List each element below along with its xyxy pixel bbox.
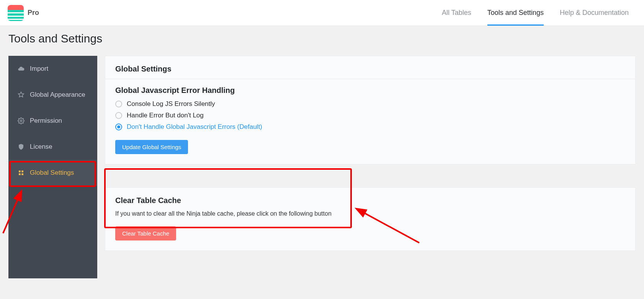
radio-label: Don't Handle Global Javascript Errors (D… [127,123,262,131]
radio-label: Console Log JS Errors Silently [127,100,215,108]
radio-icon [115,101,122,107]
panel-title: Global Settings [115,65,625,73]
sidebar-item-global-appearance[interactable]: Global Appearance [8,82,97,108]
svg-rect-2 [21,171,23,172]
sidebar: Import Global Appearance Permission Lice… [8,56,97,278]
star-icon [18,91,25,98]
top-bar: Pro All Tables Tools and Settings Help &… [0,0,644,26]
svg-rect-4 [21,173,23,175]
sidebar-item-label: License [30,143,52,151]
grid-icon [18,169,25,176]
nav-label: Help & Documentation [560,9,629,17]
svg-rect-1 [19,171,21,172]
gear-icon [18,117,25,124]
brand: Pro [8,5,39,21]
nav-help-docs[interactable]: Help & Documentation [560,0,629,26]
nav-all-tables[interactable]: All Tables [442,0,471,26]
sidebar-item-global-settings[interactable]: Global Settings [8,160,97,186]
brand-label: Pro [28,9,39,17]
sidebar-item-permission[interactable]: Permission [8,108,97,134]
sidebar-item-label: Global Appearance [30,91,85,99]
nav-tools-settings[interactable]: Tools and Settings [487,0,544,26]
radio-handle-no-log[interactable]: Handle Error But don't Log [115,112,625,119]
shield-icon [18,143,25,150]
sidebar-item-label: Import [30,65,48,73]
nav-label: All Tables [442,9,471,17]
error-section-title: Global Javascript Error Handling [115,86,625,95]
sidebar-item-label: Global Settings [30,169,74,177]
cache-section-description: If you want to clear all the Ninja table… [115,210,625,217]
nav-label: Tools and Settings [487,9,544,17]
sidebar-item-import[interactable]: Import [8,56,97,82]
content-area: Global Settings Global Javascript Error … [105,56,636,274]
radio-icon [115,123,122,130]
radio-dont-handle-default[interactable]: Don't Handle Global Javascript Errors (D… [115,123,625,131]
radio-console-log-silently[interactable]: Console Log JS Errors Silently [115,100,625,108]
sidebar-item-license[interactable]: License [8,134,97,160]
update-global-settings-button[interactable]: Update Global Settings [115,140,188,154]
page-title: Tools and Settings [0,26,644,56]
divider [105,79,635,79]
svg-rect-3 [19,173,21,175]
radio-icon [115,112,122,119]
global-settings-panel: Global Settings Global Javascript Error … [105,56,636,164]
cloud-icon [18,65,25,72]
brand-logo-icon [8,5,24,21]
clear-table-cache-button[interactable]: Clear Table Cache [115,226,176,240]
clear-cache-panel: Clear Table Cache If you want to clear a… [105,187,636,251]
top-nav: All Tables Tools and Settings Help & Doc… [442,0,629,26]
radio-label: Handle Error But don't Log [127,112,204,119]
sidebar-item-label: Permission [30,117,62,125]
svg-point-0 [20,120,22,122]
cache-section-title: Clear Table Cache [115,196,625,205]
